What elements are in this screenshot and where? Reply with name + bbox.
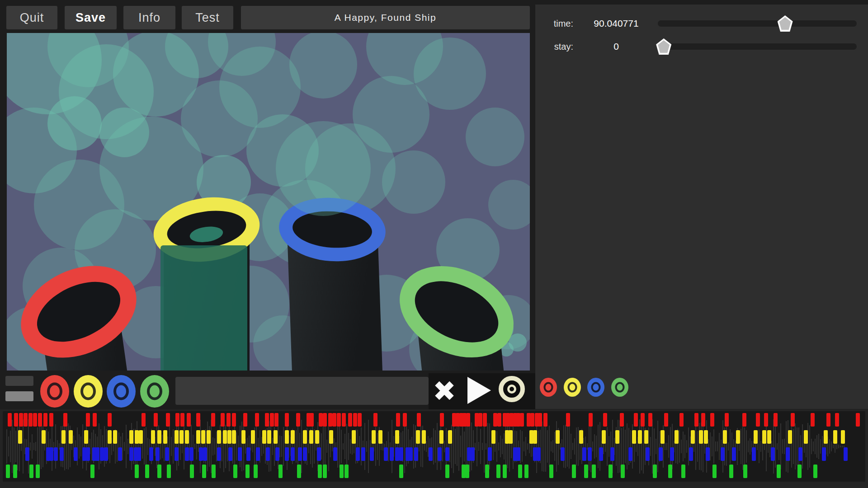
red-note-tick[interactable] [24,413,28,427]
red-note-tick[interactable] [641,413,645,427]
yellow-note-tick[interactable] [42,430,46,444]
blue-note-tick[interactable] [217,447,221,461]
blue-note-tick[interactable] [786,447,790,461]
yellow-note-tick[interactable] [18,430,22,444]
red-note-tick[interactable] [296,413,300,427]
red-note-tick[interactable] [38,413,42,427]
mini-track-button-red[interactable] [540,378,557,397]
red-note-tick[interactable] [342,413,346,427]
info-button[interactable]: Info [123,6,175,29]
red-note-tick[interactable] [648,413,652,427]
red-note-tick[interactable] [28,413,33,427]
yellow-note-tick[interactable] [303,430,307,444]
blue-note-tick[interactable] [49,447,53,461]
blue-note-tick[interactable] [844,447,848,461]
yellow-note-tick[interactable] [736,430,740,444]
red-note-tick[interactable] [440,413,444,427]
blue-note-tick[interactable] [610,447,614,461]
yellow-note-tick[interactable] [699,430,703,444]
track-button-red[interactable] [40,375,69,408]
yellow-note-tick[interactable] [129,430,133,444]
yellow-note-tick[interactable] [227,430,231,444]
green-note-tick[interactable] [609,465,613,478]
red-note-tick[interactable] [634,413,638,427]
red-note-tick[interactable] [373,413,377,427]
blue-note-tick[interactable] [317,447,321,461]
yellow-note-tick[interactable] [315,430,319,444]
yellow-note-tick[interactable] [274,430,278,444]
yellow-note-tick[interactable] [185,430,189,444]
blue-note-tick[interactable] [74,447,78,461]
blue-note-tick[interactable] [537,447,541,461]
red-note-tick[interactable] [538,413,542,427]
red-note-tick[interactable] [154,413,158,427]
red-note-tick[interactable] [478,413,482,427]
yellow-note-tick[interactable] [579,430,583,444]
green-note-tick[interactable] [572,465,576,478]
blue-note-tick[interactable] [54,447,58,461]
green-note-tick[interactable] [340,465,344,478]
blue-note-tick[interactable] [203,447,207,461]
blue-note-tick[interactable] [95,447,99,461]
blue-note-tick[interactable] [646,447,650,461]
red-note-tick[interactable] [43,413,47,427]
yellow-note-tick[interactable] [644,430,648,444]
red-note-tick[interactable] [33,413,37,427]
yellow-note-tick[interactable] [833,430,837,444]
red-note-tick[interactable] [483,413,487,427]
red-note-tick[interactable] [196,413,200,427]
blue-note-tick[interactable] [361,447,365,461]
blue-note-tick[interactable] [414,447,418,461]
yellow-note-tick[interactable] [395,430,399,444]
yellow-note-tick[interactable] [201,430,205,444]
blue-note-tick[interactable] [399,447,403,461]
yellow-note-tick[interactable] [378,430,382,444]
yellow-note-tick[interactable] [84,430,88,444]
blue-note-tick[interactable] [706,447,710,461]
red-note-tick[interactable] [211,413,215,427]
blue-note-tick[interactable] [86,447,90,461]
red-note-tick[interactable] [774,413,778,427]
yellow-note-tick[interactable] [556,430,560,444]
blue-note-tick[interactable] [628,447,632,461]
blue-note-tick[interactable] [228,447,232,461]
yellow-note-tick[interactable] [163,430,167,444]
blue-note-tick[interactable] [438,447,442,461]
red-note-tick[interactable] [337,413,341,427]
yellow-note-tick[interactable] [448,430,452,444]
green-note-tick[interactable] [297,465,301,478]
yellow-note-tick[interactable] [491,430,495,444]
yellow-note-tick[interactable] [69,430,73,444]
yellow-note-tick[interactable] [157,430,161,444]
red-note-tick[interactable] [93,413,97,427]
red-note-tick[interactable] [49,413,53,427]
red-note-tick[interactable] [856,413,860,427]
yellow-note-tick[interactable] [691,430,695,444]
track-button-blue[interactable] [107,375,136,408]
blue-note-tick[interactable] [471,447,475,461]
red-note-tick[interactable] [108,413,112,427]
green-note-tick[interactable] [549,465,553,478]
game-viewport[interactable] [7,33,530,371]
mini-track-button-green[interactable] [611,378,628,397]
yellow-note-tick[interactable] [108,430,112,444]
blue-note-tick[interactable] [822,447,826,461]
red-note-tick[interactable] [348,413,352,427]
blue-note-tick[interactable] [409,447,413,461]
yellow-note-tick[interactable] [61,430,66,444]
blue-note-tick[interactable] [429,447,433,461]
blue-note-tick[interactable] [599,447,603,461]
blue-note-tick[interactable] [395,447,399,461]
blue-note-tick[interactable] [285,447,289,461]
yellow-note-tick[interactable] [267,430,271,444]
red-note-tick[interactable] [328,413,332,427]
blue-note-tick[interactable] [189,447,193,461]
blue-note-tick[interactable] [582,447,586,461]
green-note-tick[interactable] [135,465,139,478]
red-note-tick[interactable] [756,413,760,427]
yellow-note-tick[interactable] [251,430,255,444]
green-note-tick[interactable] [29,465,33,478]
yellow-note-tick[interactable] [372,430,376,444]
red-note-tick[interactable] [679,413,684,427]
green-note-tick[interactable] [318,465,322,478]
